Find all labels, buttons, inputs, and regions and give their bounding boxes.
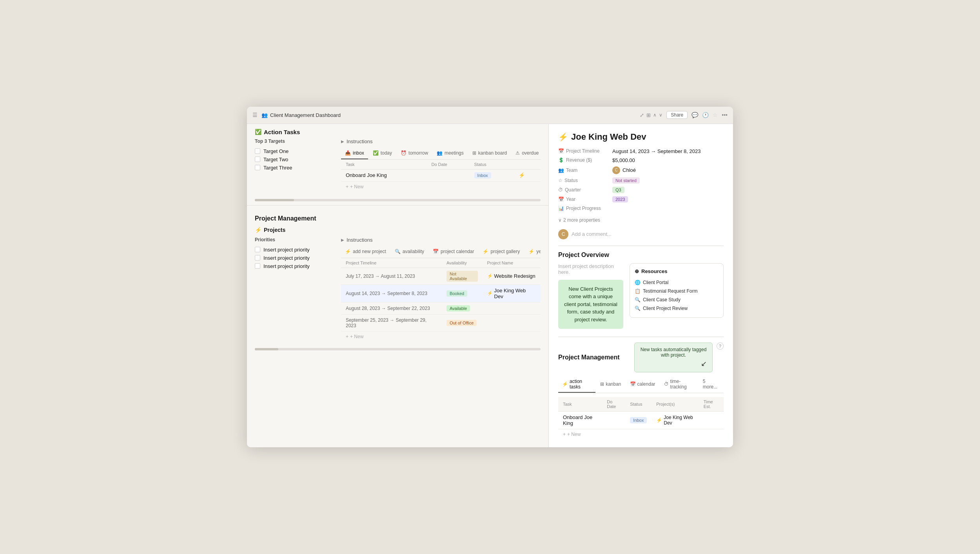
tab-tomorrow[interactable]: ⏰ tomorrow xyxy=(397,148,432,159)
resource-project-review[interactable]: 🔍 Client Project Review xyxy=(635,304,719,313)
resource-client-portal[interactable]: 🌐 Client Portal xyxy=(635,278,719,287)
app-window: ☰ 👥 Client Management Dashboard ⤢ ⊞ ∧ ∨ … xyxy=(247,107,733,448)
rp-tab-calendar[interactable]: 📅 calendar xyxy=(626,379,659,390)
checkmark-icon: ✅ xyxy=(255,129,261,135)
target-2-label: Target Two xyxy=(263,157,288,162)
timer-tab-icon: ⏱ xyxy=(664,381,669,387)
pm-tab-new-project[interactable]: ⚡ add new project xyxy=(341,246,390,258)
pm-table-row-4[interactable]: September 25, 2023 → September 29, 2023 … xyxy=(341,314,541,331)
layout-icon[interactable]: ⊞ xyxy=(646,112,651,118)
comment-row: C Add a comment... xyxy=(558,229,724,239)
priority-1-checkbox[interactable] xyxy=(255,247,260,252)
task-tab-bar: 📥 inbox ✅ today ⏰ tomorrow 👥 xyxy=(341,148,541,160)
projects-label: Projects xyxy=(264,227,285,233)
rp-pm-table-wrapper: Task Do Date Status Project(s) Time Est.… xyxy=(558,397,724,439)
project-title-row: ⚡ Joe King Web Dev xyxy=(558,132,724,142)
scroll-thumb-2 xyxy=(255,348,278,350)
clock-icon[interactable]: 🕐 xyxy=(702,112,709,118)
col-extra xyxy=(514,160,541,169)
rp-col-status: Status xyxy=(625,397,652,412)
target-1-label: Target One xyxy=(263,148,289,154)
overview-two-col: Insert project description here. New Cli… xyxy=(558,263,724,329)
lightning-row-icon: ⚡ xyxy=(656,417,662,423)
prop-year-value: 2023 xyxy=(612,196,628,202)
rp-status-badge: Inbox xyxy=(630,417,647,423)
pm-instructions-label: Instructions xyxy=(347,237,372,243)
help-badge[interactable]: ? xyxy=(717,343,724,350)
target-1-checkbox[interactable] xyxy=(255,148,260,154)
rp-tab-more[interactable]: 5 more... xyxy=(699,376,724,393)
pm-table-row-2[interactable]: August 14, 2023 → September 8, 2023 Book… xyxy=(341,284,541,302)
task-cell: Onboard Joe King xyxy=(341,169,426,181)
tab-overdue[interactable]: ⚠ overdue xyxy=(512,148,541,159)
rp-pm-header-row: Project Management New tasks automatical… xyxy=(558,343,724,372)
resource-testimonial[interactable]: 📋 Testimonial Request Form xyxy=(635,287,719,295)
tab-today[interactable]: ✅ today xyxy=(369,148,396,159)
priority-2-label: Insert project priority xyxy=(263,255,310,261)
priority-3-checkbox[interactable] xyxy=(255,263,260,269)
name-cell-4 xyxy=(483,314,541,331)
star-icon[interactable]: ☆ xyxy=(713,112,718,118)
pm-col-availability: Availability xyxy=(442,258,483,268)
lightning-project-icon-2: ⚡ xyxy=(487,291,493,296)
insert-description[interactable]: Insert project description here. xyxy=(558,263,623,275)
pm-tab-availability[interactable]: 🔍 availability xyxy=(391,246,428,258)
plus-icon-rp: + xyxy=(563,432,566,437)
search-icon-res-2: 🔍 xyxy=(635,306,641,311)
prop-revenue: 💲 Revenue ($) $5,000.00 xyxy=(558,157,724,163)
search-icon-tab: 🔍 xyxy=(395,249,401,254)
resources-icon: ⊕ xyxy=(635,268,639,274)
priority-2-checkbox[interactable] xyxy=(255,255,260,261)
project-title: Joe King Web Dev xyxy=(571,132,646,142)
prop-team-label: 👥 Team xyxy=(558,168,609,173)
rp-tab-action-tasks[interactable]: ⚡ action tasks xyxy=(558,376,595,393)
new-pm-button[interactable]: + + New xyxy=(341,332,541,342)
chevron-down-icon[interactable]: ∨ xyxy=(659,112,662,118)
pm-table-row-3[interactable]: August 28, 2023 → September 22, 2023 Ava… xyxy=(341,302,541,314)
chevron-up-icon[interactable]: ∧ xyxy=(653,112,657,118)
target-3-checkbox[interactable] xyxy=(255,165,260,170)
priority-item-3: Insert project priority xyxy=(255,262,333,270)
table-row[interactable]: Onboard Joe King Inbox ⚡ xyxy=(341,169,541,181)
timeline-cell-4: September 25, 2023 → September 29, 2023 xyxy=(341,314,442,331)
more-properties-toggle[interactable]: ∨ 2 more properties xyxy=(558,217,724,223)
pm-table-wrapper: Project Timeline Availability Project Na… xyxy=(341,258,541,342)
right-panel: ⚡ Joe King Web Dev 📅 Project Timeline Au… xyxy=(549,124,733,448)
rp-new-task-button[interactable]: + + New xyxy=(558,429,724,439)
pm-tab-calendar[interactable]: 📅 project calendar xyxy=(429,246,478,258)
pm-section: Project Management ⚡ Projects Priorities… xyxy=(247,210,548,345)
rp-tab-kanban[interactable]: ⊞ kanban xyxy=(596,379,625,390)
rp-dodate-cell xyxy=(602,412,625,429)
lightning-project-icon: ⚡ xyxy=(487,273,493,279)
rp-table-row-1[interactable]: Onboard Joe King Inbox ⚡ Joe King Web De… xyxy=(558,412,724,429)
target-item-3: Target Three xyxy=(255,164,333,172)
prop-revenue-value: $5,000.00 xyxy=(612,157,635,163)
instructions-label: Instructions xyxy=(347,138,372,144)
resource-case-study[interactable]: 🔍 Client Case Study xyxy=(635,295,719,304)
pm-tab-yearly[interactable]: ⚡ yearly overview xyxy=(524,246,541,258)
calendar-icon-year: 📅 xyxy=(558,197,564,202)
tab-meetings[interactable]: 👥 meetings xyxy=(433,148,468,159)
availability-cell-4: Out of Office xyxy=(442,314,483,331)
more-icon[interactable]: ••• xyxy=(722,112,728,118)
menu-icon[interactable]: ☰ xyxy=(252,112,258,118)
priority-3-label: Insert project priority xyxy=(263,263,310,269)
callout-text: New Client Projects come with a unique c… xyxy=(564,286,617,323)
tab-kanban[interactable]: ⊞ kanban board xyxy=(468,148,511,159)
new-task-button[interactable]: + + New xyxy=(341,182,541,192)
tab-inbox[interactable]: 📥 inbox xyxy=(341,148,368,159)
col-status: Status xyxy=(470,160,514,169)
pm-two-col: Priorities Insert project priority Inser… xyxy=(255,237,541,342)
availability-cell-3: Available xyxy=(442,302,483,314)
prop-timeline-label: 📅 Project Timeline xyxy=(558,148,609,154)
comment-icon[interactable]: 💬 xyxy=(691,112,698,118)
rp-tab-time-tracking[interactable]: ⏱ time-tracking xyxy=(660,376,698,393)
pm-tab-gallery[interactable]: ⚡ project gallery xyxy=(479,246,524,258)
target-2-checkbox[interactable] xyxy=(255,157,260,162)
share-button[interactable]: Share xyxy=(666,111,688,119)
expand-icon[interactable]: ⤢ xyxy=(640,112,644,118)
pm-table-row-1[interactable]: July 17, 2023 → August 11, 2023 Not Avai… xyxy=(341,268,541,284)
comment-placeholder[interactable]: Add a comment... xyxy=(572,231,612,237)
lightning-icon-tab: ⚡ xyxy=(345,249,351,254)
check-icon: ✅ xyxy=(373,150,379,156)
